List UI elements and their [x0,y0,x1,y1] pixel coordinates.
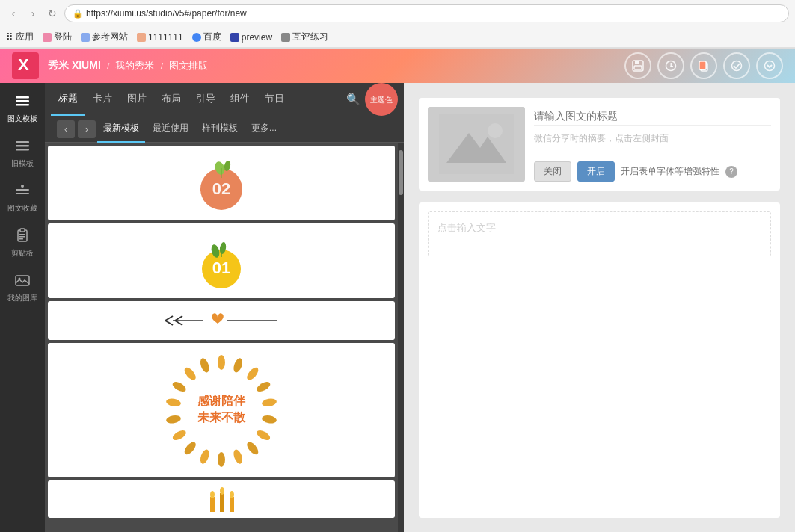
svg-point-11 [765,61,775,71]
copy-button[interactable] [690,52,717,79]
toggle-label: 开启表单字体等增强特性 [621,165,719,178]
next-arrow[interactable]: › [78,120,96,138]
svg-point-69 [488,123,503,138]
editor-placeholder[interactable]: 点击输入文字 [428,211,771,256]
content-area: 微信分享时的摘要，点击左侧封面 关闭 开启 开启表单字体等增强特性 ? 点击输入… [404,83,795,532]
tab-guide[interactable]: 引导 [188,83,223,116]
save-button[interactable] [624,52,651,79]
svg-rect-6 [671,66,674,67]
theme-color-button[interactable]: 主题色 [365,83,398,116]
search-icon[interactable]: 🔍 [346,93,360,106]
scrollbar-track [398,143,404,532]
toggle-row: 关闭 开启 开启表单字体等增强特性 ? [534,161,771,182]
breadcrumb-layout[interactable]: 图文排版 [169,59,208,72]
template-icon [12,90,33,111]
svg-point-44 [255,380,271,394]
article-meta: 微信分享时的摘要，点击左侧封面 关闭 开启 开启表单字体等增强特性 ? [419,98,780,191]
sidebar-label-old-template: 旧模板 [11,159,34,168]
svg-point-53 [171,428,188,442]
nav-arrows: ‹ › [57,120,96,138]
template-item-5[interactable] [48,480,395,518]
sidebar-item-clipboard[interactable]: 剪贴板 [0,217,45,262]
sidebar-item-collection[interactable]: 图文收藏 [0,173,45,217]
svg-rect-62 [220,493,224,512]
template-preview-3 [48,301,395,340]
template-item-1[interactable]: 02 [48,146,395,220]
tab-holiday[interactable]: 节日 [257,83,292,116]
svg-point-47 [255,428,271,442]
bookmark-review[interactable]: 互评练习 [281,31,328,43]
subtab-recent[interactable]: 最近使用 [147,116,194,143]
cover-image[interactable] [428,107,525,182]
template-preview-1: 02 [48,146,395,220]
svg-point-50 [218,452,225,467]
templates-list: 02 01 [45,143,398,532]
sidebar-icons: 图文模板 旧模板 图文收藏 [0,83,45,532]
subtab-sample[interactable]: 样刊模板 [196,116,244,143]
forward-button[interactable]: › [25,6,40,21]
svg-point-52 [182,439,198,456]
tab-image[interactable]: 图片 [120,83,154,116]
tab-layout[interactable]: 布局 [154,83,188,116]
main-layout: 图文模板 旧模板 图文收藏 [0,83,795,532]
brand-name: 秀米 XIUMI [48,59,101,72]
svg-rect-15 [16,141,29,143]
subtab-latest[interactable]: 最新模板 [97,116,145,143]
sidebar-item-template[interactable]: 图文模板 [0,83,45,128]
prev-arrow[interactable]: ‹ [57,120,75,138]
template-item-3[interactable] [48,301,395,340]
sidebar-label-gallery: 我的图库 [7,294,37,303]
sidebar-label-clipboard: 剪贴板 [11,249,34,258]
svg-point-57 [182,365,198,382]
address-bar[interactable]: 🔒 https://xiumi.us/studio/v5#/paper/for/… [64,4,789,22]
tab-title[interactable]: 标题 [51,83,85,116]
svg-rect-22 [20,229,25,232]
tab-component[interactable]: 组件 [223,83,257,116]
svg-rect-23 [19,234,25,235]
template-preview-5 [48,480,395,518]
history-button[interactable] [657,52,684,79]
toggle-close-button[interactable]: 关闭 [534,161,571,182]
title-input[interactable] [534,107,771,126]
svg-rect-20 [16,193,29,194]
svg-point-49 [232,448,244,464]
refresh-button[interactable]: ↻ [45,6,60,21]
svg-rect-25 [19,238,23,240]
bookmark-ref[interactable]: 参考网站 [81,31,128,43]
bookmark-apps[interactable]: ⠿ 应用 [6,31,34,43]
svg-rect-12 [16,96,29,99]
back-button[interactable]: ‹ [6,6,21,21]
sidebar-item-old-template[interactable]: 旧模板 [0,128,45,173]
scrollbar-thumb[interactable] [399,150,403,195]
template-item-2[interactable]: 01 [48,223,395,298]
template-preview-2: 01 [48,223,395,298]
header-actions [624,52,783,79]
svg-rect-9 [699,61,706,69]
bookmark-login[interactable]: 登陆 [43,31,72,43]
desc-text: 微信分享时的摘要，点击左侧封面 [534,132,771,149]
help-icon[interactable]: ? [725,166,737,178]
template-item-4[interactable]: /* SVG leaves */ [48,343,395,477]
sidebar-item-gallery[interactable]: 我的图库 [0,262,45,307]
gallery-icon [12,270,33,291]
tab-card[interactable]: 卡片 [85,83,120,116]
svg-text:X: X [18,55,29,74]
template-panel: 标题 卡片 图片 布局 引导 组件 节日 🔍 主题色 ‹ › 最新模板 最近使用… [45,83,404,532]
svg-point-54 [165,414,181,424]
check-button[interactable] [723,52,750,79]
svg-rect-61 [210,497,215,512]
bookmark-1111111[interactable]: 1111111 [137,32,183,43]
editor-area[interactable]: 点击输入文字 [419,202,780,518]
collection-icon [12,180,33,201]
more-button[interactable] [756,52,783,79]
svg-point-51 [199,448,211,464]
svg-rect-19 [16,189,29,191]
breadcrumb-myxiumi[interactable]: 我的秀米 [115,59,154,72]
old-template-icon [12,135,33,156]
bookmark-baidu[interactable]: 百度 [192,31,221,43]
bookmark-preview[interactable]: preview [230,32,272,43]
svg-text:01: 01 [212,259,230,277]
toggle-open-button[interactable]: 开启 [577,161,615,182]
subtab-more[interactable]: 更多... [245,116,283,143]
svg-point-64 [210,491,215,498]
